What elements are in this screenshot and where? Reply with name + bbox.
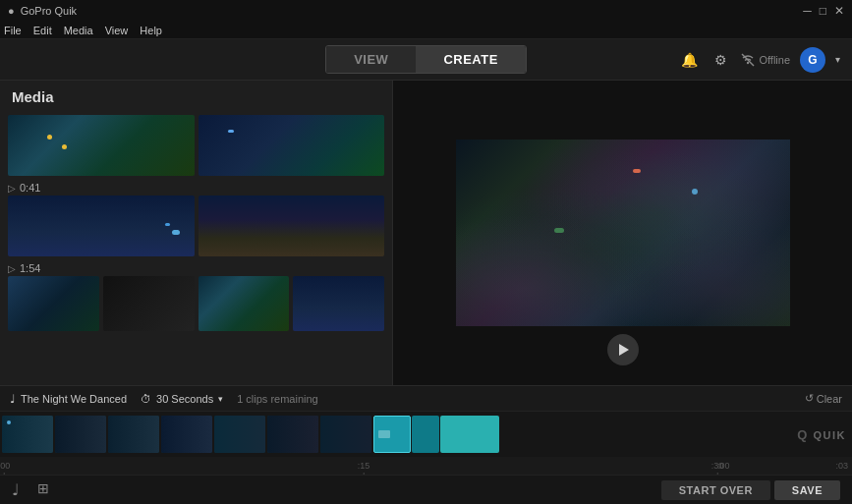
clips-tool-icon[interactable]: ⊞: [37, 480, 49, 499]
menu-edit[interactable]: Edit: [33, 25, 52, 36]
bottom-bar: ♩ ⊞ START OVER SAVE: [0, 475, 852, 504]
clear-button[interactable]: ↺ Clear: [805, 392, 842, 405]
bottom-actions: START OVER SAVE: [661, 480, 840, 500]
preview-frame: [456, 140, 790, 326]
duration-chevron[interactable]: ▾: [218, 394, 223, 404]
media-row-3: [8, 276, 384, 331]
titlebar: ● GoPro Quik ─ □ ✕: [0, 0, 852, 22]
titlebar-left: ● GoPro Quik: [8, 5, 77, 17]
media-thumb-2b[interactable]: [199, 196, 385, 256]
timeline-clip-4[interactable]: [161, 416, 212, 453]
bottom-tools: ♩ ⊞: [12, 480, 49, 499]
maximize-button[interactable]: □: [820, 4, 826, 18]
timeline-music: ♩ The Night We Danced: [10, 392, 127, 406]
media-thumb-3d[interactable]: [293, 276, 384, 331]
timeline-clip-selected-2[interactable]: [412, 416, 439, 453]
timeline-clip-selected-3[interactable]: [440, 416, 499, 453]
clock-icon: ⏱: [141, 393, 151, 405]
duration-value: 30 Seconds: [156, 393, 213, 405]
titlebar-controls[interactable]: ─ □ ✕: [803, 4, 844, 18]
timeline-clip-6[interactable]: [267, 416, 318, 453]
preview-panel: [393, 81, 852, 385]
music-tool-icon[interactable]: ♩: [12, 480, 20, 499]
media-thumb-1b[interactable]: [199, 115, 385, 176]
media-panel: Media ▷ 0:41: [0, 81, 393, 385]
media-grid[interactable]: ▷ 0:41 ▷ 1:54: [0, 111, 392, 385]
save-button[interactable]: SAVE: [774, 480, 840, 500]
menu-help[interactable]: Help: [140, 25, 162, 36]
user-chevron[interactable]: ▾: [835, 54, 840, 65]
view-create-tabs[interactable]: VIEW CREATE: [325, 45, 527, 74]
view-tab[interactable]: VIEW: [326, 46, 416, 73]
media-thumb-3b[interactable]: [103, 276, 195, 331]
music-track-name: The Night We Danced: [21, 393, 127, 405]
timeline-area: ♩ The Night We Danced ⏱ 30 Seconds ▾ 1 c…: [0, 385, 852, 478]
media-row-2: [8, 196, 384, 256]
ruler-timecode: :00: [717, 461, 730, 471]
menubar: File Edit Media View Help: [0, 22, 852, 39]
ruler-end: :03: [835, 461, 848, 471]
timeline-clip-selected-1[interactable]: [373, 416, 411, 453]
menu-file[interactable]: File: [4, 25, 22, 36]
media-row-1: [8, 115, 384, 176]
svg-point-0: [747, 61, 749, 63]
timeline-clip-3[interactable]: [108, 416, 159, 453]
duration-2: 1:54: [20, 262, 40, 274]
timeline-clip-2[interactable]: [55, 416, 106, 453]
wifi-icon: [741, 53, 755, 67]
timeline-clip-5[interactable]: [214, 416, 265, 453]
create-tab[interactable]: CREATE: [416, 46, 525, 73]
play-button[interactable]: [607, 334, 639, 365]
app-title: GoPro Quik: [21, 5, 77, 17]
offline-status: Offline: [741, 53, 790, 67]
preview-video: [393, 81, 852, 385]
menu-media[interactable]: Media: [64, 25, 93, 36]
app-icon: ●: [8, 5, 15, 17]
toolbar-right: 🔔 ⚙ Offline G ▾: [678, 47, 840, 73]
video-icon-2: ▷: [8, 263, 16, 274]
main-area: Media ▷ 0:41: [0, 81, 852, 385]
timeline-controls: ♩ The Night We Danced ⏱ 30 Seconds ▾ 1 c…: [0, 386, 852, 412]
minimize-button[interactable]: ─: [803, 4, 812, 18]
clips-remaining: 1 clips remaining: [237, 393, 318, 405]
media-thumb-3c[interactable]: [199, 276, 290, 331]
music-note-icon: ♩: [10, 392, 16, 406]
timeline-clip-1[interactable]: [2, 416, 53, 453]
media-thumb-3a[interactable]: [8, 276, 99, 331]
media-thumb-1a[interactable]: [8, 115, 195, 176]
timeline-duration[interactable]: ⏱ 30 Seconds ▾: [141, 393, 223, 405]
toolbar: VIEW CREATE 🔔 ⚙ Offline G ▾: [0, 39, 852, 81]
clear-label: Clear: [817, 393, 842, 405]
menu-view[interactable]: View: [105, 25, 129, 36]
offline-text: Offline: [759, 54, 790, 66]
quik-label-area: Q QUIK: [499, 427, 852, 442]
refresh-icon: ↺: [805, 392, 814, 405]
quik-brand-label: Q QUIK: [797, 427, 846, 442]
duration-row-2: ▷ 1:54: [8, 260, 384, 276]
settings-icon[interactable]: ⚙: [710, 49, 731, 71]
start-over-button[interactable]: START OVER: [661, 480, 770, 500]
timeline-clip-7[interactable]: [320, 416, 371, 453]
video-icon-1: ▷: [8, 183, 16, 194]
bell-icon[interactable]: 🔔: [678, 49, 700, 71]
close-button[interactable]: ✕: [834, 4, 844, 18]
duration-row-1: ▷ 0:41: [8, 180, 384, 196]
duration-1: 0:41: [20, 182, 40, 194]
media-panel-title: Media: [0, 81, 392, 111]
timeline-track[interactable]: Q QUIK: [0, 412, 852, 457]
user-avatar[interactable]: G: [800, 47, 825, 73]
media-thumb-2a[interactable]: [8, 196, 195, 256]
